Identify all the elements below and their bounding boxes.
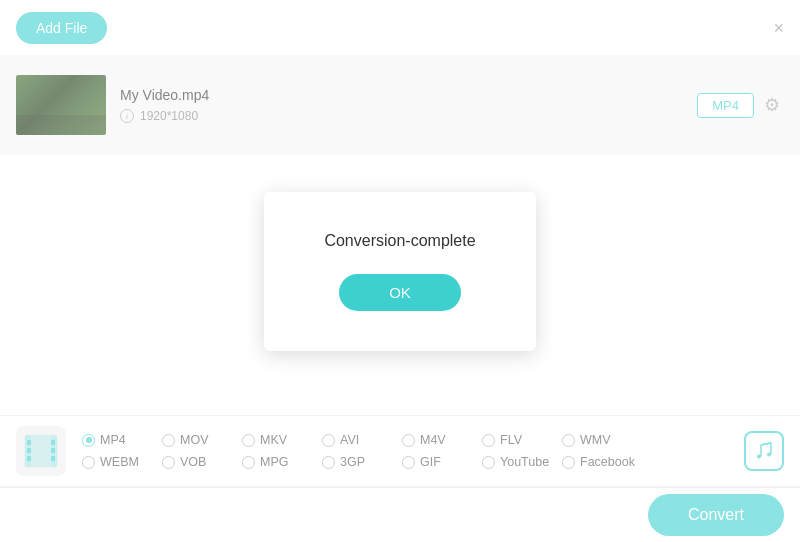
modal-overlay: Conversion-complete OK bbox=[0, 0, 800, 542]
modal-dialog: Conversion-complete OK bbox=[264, 192, 535, 351]
modal-ok-button[interactable]: OK bbox=[339, 274, 461, 311]
modal-title: Conversion-complete bbox=[324, 232, 475, 250]
